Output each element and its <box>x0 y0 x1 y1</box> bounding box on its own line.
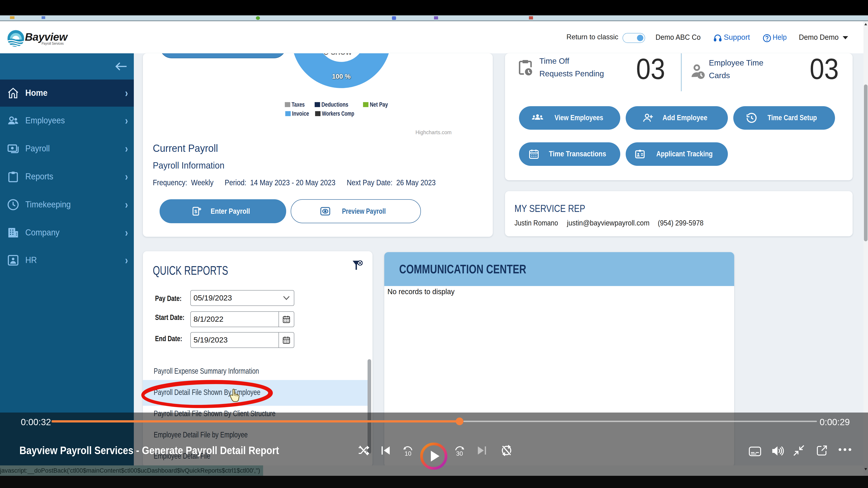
svg-text:$: $ <box>194 209 197 214</box>
svg-text:30: 30 <box>456 450 463 457</box>
svg-text:10: 10 <box>405 450 411 457</box>
